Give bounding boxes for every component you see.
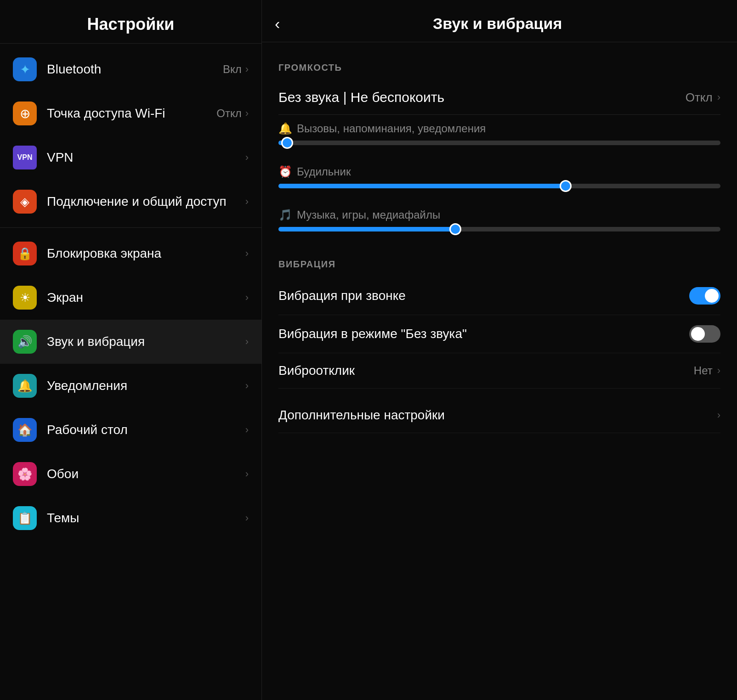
media-slider-row: 🎵 Музыка, игры, медиафайлы xyxy=(278,201,720,244)
vibration-silent-row[interactable]: Вибрация в режиме "Без звука" xyxy=(278,315,720,353)
desktop-label: Рабочий стол xyxy=(47,423,245,437)
sidebar-item-vpn[interactable]: VPN VPN › xyxy=(0,135,261,180)
bell-icon: 🔔 xyxy=(278,122,292,135)
alarm-slider-row: ⏰ Будильник xyxy=(278,158,720,201)
divider-1 xyxy=(0,227,261,228)
right-panel-title: Звук и вибрация xyxy=(289,15,706,33)
sidebar-item-display[interactable]: ☀ Экран › xyxy=(0,276,261,320)
bluetooth-icon: ✦ xyxy=(13,57,37,81)
vibration-silent-toggle[interactable] xyxy=(689,325,720,343)
alarm-slider-fill xyxy=(278,184,566,188)
calls-slider-track[interactable] xyxy=(278,141,720,145)
wallpaper-chevron: › xyxy=(245,468,249,480)
haptic-row[interactable]: Виброотклик Нет › xyxy=(278,353,720,389)
desktop-chevron: › xyxy=(245,424,249,436)
haptic-chevron: › xyxy=(717,365,720,377)
alarm-icon: ⏰ xyxy=(278,165,292,178)
additional-settings-row[interactable]: Дополнительные настройки › xyxy=(278,398,720,433)
bluetooth-label: Bluetooth xyxy=(47,62,223,77)
mute-status: Откл xyxy=(686,90,713,105)
additional-settings-label: Дополнительные настройки xyxy=(278,408,717,423)
volume-section-label: ГРОМКОСТЬ xyxy=(278,62,720,73)
display-icon: ☀ xyxy=(13,286,37,310)
sound-chevron: › xyxy=(245,336,249,348)
themes-chevron: › xyxy=(245,512,249,524)
sidebar-item-connection[interactable]: ◈ Подключение и общий доступ › xyxy=(0,180,261,224)
notifications-icon: 🔔 xyxy=(13,374,37,398)
alarm-label: Будильник xyxy=(297,165,351,178)
lockscreen-chevron: › xyxy=(245,248,249,260)
media-slider-track[interactable] xyxy=(278,227,720,231)
settings-title: Настройки xyxy=(0,0,261,44)
bluetooth-chevron: › xyxy=(245,63,249,75)
left-panel: Настройки ✦ Bluetooth Вкл › ⊕ Точка дост… xyxy=(0,0,262,700)
desktop-icon: 🏠 xyxy=(13,418,37,442)
connection-label: Подключение и общий доступ xyxy=(47,194,245,209)
mute-text: Без звука | Не беспокоить xyxy=(278,90,686,105)
sidebar-item-hotspot[interactable]: ⊕ Точка доступа Wi-Fi Откл › xyxy=(0,91,261,135)
sound-label: Звук и вибрация xyxy=(47,334,245,349)
vibration-call-row[interactable]: Вибрация при звонке xyxy=(278,277,720,315)
media-label: Музыка, игры, медиафайлы xyxy=(297,209,440,221)
vibration-silent-knob xyxy=(691,327,705,341)
themes-icon: 📋 xyxy=(13,506,37,530)
haptic-label: Виброотклик xyxy=(278,363,694,378)
hotspot-chevron: › xyxy=(245,107,249,119)
right-content: ГРОМКОСТЬ Без звука | Не беспокоить Откл… xyxy=(262,42,737,444)
sidebar-item-notifications[interactable]: 🔔 Уведомления › xyxy=(0,364,261,408)
additional-settings-chevron: › xyxy=(717,409,720,421)
mute-chevron: › xyxy=(717,91,720,103)
vibration-silent-label: Вибрация в режиме "Без звука" xyxy=(278,327,689,341)
music-icon: 🎵 xyxy=(278,209,292,221)
vpn-chevron: › xyxy=(245,152,249,164)
sidebar-item-themes[interactable]: 📋 Темы › xyxy=(0,496,261,540)
calls-label: Вызовы, напоминания, уведомления xyxy=(297,122,486,135)
display-chevron: › xyxy=(245,292,249,304)
vibration-call-toggle[interactable] xyxy=(689,287,720,305)
media-slider-label: 🎵 Музыка, игры, медиафайлы xyxy=(278,209,720,221)
notifications-label: Уведомления xyxy=(47,378,245,393)
right-panel: ‹ Звук и вибрация ГРОМКОСТЬ Без звука | … xyxy=(262,0,737,700)
right-header: ‹ Звук и вибрация xyxy=(262,0,737,42)
mute-row[interactable]: Без звука | Не беспокоить Откл › xyxy=(278,80,720,115)
settings-list: ✦ Bluetooth Вкл › ⊕ Точка доступа Wi-Fi … xyxy=(0,44,261,700)
wallpaper-label: Обои xyxy=(47,467,245,481)
back-button[interactable]: ‹ xyxy=(275,15,280,33)
alarm-slider-track[interactable] xyxy=(278,184,720,188)
hotspot-icon: ⊕ xyxy=(13,102,37,125)
calls-slider-label: 🔔 Вызовы, напоминания, уведомления xyxy=(278,122,720,135)
connection-icon: ◈ xyxy=(13,190,37,214)
sidebar-item-wallpaper[interactable]: 🌸 Обои › xyxy=(0,452,261,496)
media-slider-thumb xyxy=(449,223,461,235)
alarm-slider-thumb xyxy=(560,180,572,192)
sidebar-item-lockscreen[interactable]: 🔒 Блокировка экрана › xyxy=(0,231,261,276)
themes-label: Темы xyxy=(47,511,245,525)
lockscreen-icon: 🔒 xyxy=(13,242,37,265)
sidebar-item-bluetooth[interactable]: ✦ Bluetooth Вкл › xyxy=(0,47,261,91)
calls-slider-row: 🔔 Вызовы, напоминания, уведомления xyxy=(278,115,720,158)
vpn-icon: VPN xyxy=(13,146,37,169)
haptic-value: Нет xyxy=(694,364,713,377)
vpn-label: VPN xyxy=(47,150,245,165)
bluetooth-status: Вкл xyxy=(223,63,242,76)
vibration-call-knob xyxy=(705,289,719,303)
wallpaper-icon: 🌸 xyxy=(13,462,37,486)
hotspot-status: Откл xyxy=(216,107,241,120)
display-label: Экран xyxy=(47,290,245,305)
lockscreen-label: Блокировка экрана xyxy=(47,246,245,261)
sidebar-item-desktop[interactable]: 🏠 Рабочий стол › xyxy=(0,408,261,452)
media-slider-fill xyxy=(278,227,455,231)
notifications-chevron: › xyxy=(245,380,249,392)
alarm-slider-label: ⏰ Будильник xyxy=(278,165,720,178)
vibration-call-label: Вибрация при звонке xyxy=(278,288,689,303)
vibration-section-label: ВИБРАЦИЯ xyxy=(278,259,720,270)
sound-icon: 🔊 xyxy=(13,330,37,354)
calls-slider-thumb xyxy=(281,137,293,149)
hotspot-label: Точка доступа Wi-Fi xyxy=(47,106,216,121)
sidebar-item-sound[interactable]: 🔊 Звук и вибрация › xyxy=(0,320,261,364)
connection-chevron: › xyxy=(245,196,249,208)
